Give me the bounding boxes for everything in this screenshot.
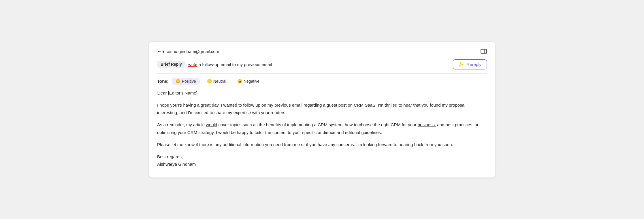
positive-emoji: 😊 bbox=[176, 79, 180, 84]
back-icon: ← bbox=[157, 49, 162, 54]
back-arrow-button[interactable]: ← ▾ bbox=[157, 49, 165, 54]
tone-chip-positive[interactable]: 😊 Positive bbox=[172, 78, 200, 85]
prompt-text-after: a follow-up email to my previous email bbox=[197, 62, 272, 67]
greeting-text: Dear [Editor's Name], bbox=[157, 90, 199, 95]
paragraph-2: As a reminder, my article would cover to… bbox=[157, 121, 487, 136]
prompt-bar-left: Brief Reply write a follow-up email to m… bbox=[157, 61, 453, 68]
top-bar-left: ← ▾ aishu.gindham@gmail.com bbox=[157, 49, 219, 54]
paragraph-3: Please let me know if there is any addit… bbox=[157, 141, 487, 148]
paragraph-1: I hope you're having a great day. I want… bbox=[157, 101, 487, 117]
closing-line: Best regards, Aishwarya Gindham bbox=[157, 153, 487, 168]
neutral-label: Neutral bbox=[213, 79, 226, 84]
neutral-emoji: 😐 bbox=[207, 79, 212, 84]
dropdown-icon: ▾ bbox=[162, 49, 165, 54]
prompt-highlight-word: write bbox=[188, 62, 197, 67]
tone-chip-neutral[interactable]: 😐 Neutral bbox=[203, 78, 230, 85]
rereply-icon: ✨ bbox=[458, 62, 464, 67]
tone-label: Tone: bbox=[157, 79, 169, 84]
rereply-label: Rereply bbox=[466, 62, 481, 67]
rereply-button[interactable]: ✨ Rereply bbox=[453, 59, 487, 69]
paragraph-2-word1: would bbox=[206, 122, 217, 127]
closing-text: Best regards, bbox=[157, 154, 183, 159]
paragraph-2-before: As a reminder, my article bbox=[157, 122, 206, 127]
negative-emoji: 😠 bbox=[237, 79, 242, 84]
email-panel: ← ▾ aishu.gindham@gmail.com Brief Reply … bbox=[149, 42, 495, 178]
prompt-bar: Brief Reply write a follow-up email to m… bbox=[157, 59, 487, 74]
tone-row: Tone: 😊 Positive 😐 Neutral 😠 Negative bbox=[157, 78, 487, 85]
paragraph-2-middle: cover topics such as the benefits of imp… bbox=[217, 122, 417, 127]
negative-label: Negative bbox=[244, 79, 259, 84]
tone-chip-negative[interactable]: 😠 Negative bbox=[233, 78, 263, 85]
prompt-text: write a follow-up email to my previous e… bbox=[188, 62, 272, 67]
paragraph-2-word2: business, bbox=[418, 122, 436, 127]
positive-label: Positive bbox=[182, 79, 196, 84]
window-icon[interactable] bbox=[481, 49, 487, 54]
email-address: aishu.gindham@gmail.com bbox=[167, 49, 219, 54]
brief-reply-badge: Brief Reply bbox=[157, 61, 185, 68]
email-body: Dear [Editor's Name], I hope you're havi… bbox=[157, 89, 487, 168]
sender-name: Aishwarya Gindham bbox=[157, 162, 196, 167]
top-bar: ← ▾ aishu.gindham@gmail.com bbox=[157, 49, 487, 54]
greeting-line: Dear [Editor's Name], bbox=[157, 89, 487, 97]
